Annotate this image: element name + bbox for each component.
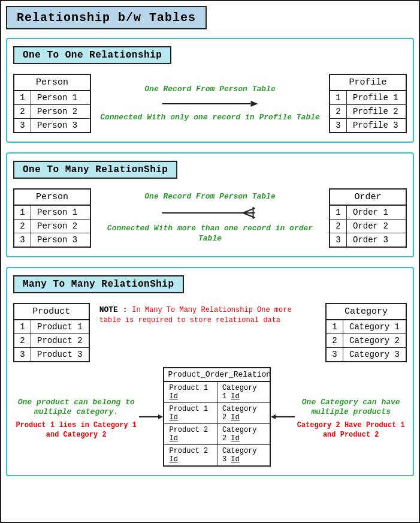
cell-val: Person 1 — [31, 206, 83, 219]
order-table-otm: Order 1 Order 1 2 Order 2 3 Order 3 — [329, 188, 407, 248]
person-table-oto-header: Person — [14, 75, 90, 91]
section-one-to-many: One To Many RelationShip Person 1 Person… — [6, 152, 414, 257]
section-one-to-one-title: One To One Relationship — [13, 46, 171, 64]
table-row: 2 Person 2 — [14, 105, 90, 119]
table-row: Product 1 Id Category 2 Id — [164, 403, 270, 424]
otm-arrow-label: One Record From Person Table — [144, 192, 275, 202]
section-many-to-many: Many To Many RelationShip Product 1 Prod… — [6, 267, 414, 476]
cell-id: 1 — [14, 91, 31, 104]
cell-val: Category 1 — [343, 320, 406, 333]
otm-arrow-area: One Record From Person Table Connected W… — [91, 192, 329, 244]
table-row: 2 Profile 2 — [330, 105, 406, 119]
mtm-left-arrow — [139, 411, 163, 423]
cell-id: 1 — [14, 206, 31, 219]
cell-val: Order 2 — [347, 220, 394, 233]
otm-arrow-label2: Connected With more than one record in o… — [96, 224, 324, 244]
junction-cell: Category 2 Id — [217, 424, 270, 444]
table-row: 3 Person 3 — [14, 119, 90, 132]
note-box: NOTE : In Many To Many Relationship One … — [95, 303, 321, 328]
table-row: Product 2 Id Category 3 Id — [164, 445, 270, 465]
cell-id: 3 — [327, 348, 343, 361]
cell-val: Product 2 — [31, 334, 89, 347]
cell-id: 3 — [14, 348, 31, 361]
table-row: 2 Person 2 — [14, 220, 90, 233]
note-label: NOTE : — [99, 305, 132, 314]
svg-marker-8 — [158, 414, 163, 419]
cell-val: Order 3 — [347, 233, 394, 247]
section-many-to-many-title: Many To Many RelationShip — [13, 275, 184, 293]
cell-val: Product 1 — [31, 320, 89, 333]
cell-id: 2 — [330, 220, 347, 233]
product-table: Product 1 Product 1 2 Product 2 3 Produc… — [13, 303, 90, 362]
product-table-header: Product — [14, 304, 89, 320]
table-row: 1 Person 1 — [14, 91, 90, 105]
table-row: Product 1 Id Category 1 Id — [164, 382, 270, 403]
junction-cell: Category 1 Id — [217, 382, 270, 402]
junction-cell: Product 2 Id — [164, 445, 217, 465]
cell-id: 3 — [330, 233, 347, 247]
table-row: 1 Product 1 — [14, 320, 89, 334]
cell-val: Profile 3 — [347, 119, 404, 132]
mtm-left-green: One product can belong to multiple categ… — [13, 398, 139, 418]
mtm-right-red: Category 2 Have Product 1 and Product 2 — [295, 421, 407, 440]
oto-arrow-label2: Connected With only one record in Profil… — [100, 113, 320, 123]
cell-id: 1 — [14, 320, 31, 333]
order-table-otm-header: Order — [330, 190, 406, 206]
cell-val: Person 1 — [31, 91, 83, 104]
cell-id: 1 — [330, 206, 347, 219]
mtm-right-green: One Category can have multiple products — [295, 398, 407, 418]
cell-id: 3 — [14, 119, 31, 132]
mtm-left-text: One product can belong to multiple categ… — [13, 394, 139, 440]
oto-arrow-label: One Record From Person Table — [144, 85, 275, 95]
mtm-right-arrow — [271, 411, 295, 423]
svg-marker-9 — [271, 414, 276, 419]
junction-cell: Product 1 Id — [164, 382, 217, 402]
table-row: 1 Category 1 — [327, 320, 406, 334]
cell-id: 2 — [14, 334, 31, 347]
table-row: 3 Category 3 — [327, 348, 406, 361]
category-table-header: Category — [327, 304, 406, 320]
cell-id: 1 — [327, 320, 343, 333]
cell-id: 3 — [14, 233, 31, 247]
table-row: 2 Product 2 — [14, 334, 89, 348]
cell-val: Person 2 — [31, 105, 83, 118]
junction-cell: Category 2 Id — [217, 403, 270, 423]
cell-val: Profile 2 — [347, 105, 404, 118]
table-row: 3 Product 3 — [14, 348, 89, 361]
cell-val: Person 2 — [31, 220, 83, 233]
person-table-otm-header: Person — [14, 190, 90, 206]
mtm-left-red: Product 1 lies in Category 1 and Categor… — [13, 421, 139, 440]
table-row: 1 Person 1 — [14, 206, 90, 220]
svg-marker-1 — [251, 101, 258, 107]
cell-id: 2 — [14, 220, 31, 233]
table-row: 1 Profile 1 — [330, 91, 406, 105]
cell-id: 1 — [330, 91, 347, 104]
page-title: Relationship b/w Tables — [6, 6, 207, 29]
profile-table-oto: Profile 1 Profile 1 2 Profile 2 3 Profil… — [329, 74, 407, 133]
person-table-oto: Person 1 Person 1 2 Person 2 3 Person 3 — [13, 74, 91, 133]
cell-val: Category 2 — [343, 334, 406, 347]
cell-val: Profile 1 — [347, 91, 404, 104]
table-row: 3 Profile 3 — [330, 119, 406, 132]
section-one-to-many-title: One To Many RelationShip — [13, 161, 177, 179]
category-table: Category 1 Category 1 2 Category 2 3 Cat… — [325, 303, 407, 362]
cell-id: 2 — [330, 105, 347, 118]
mtm-right-text: One Category can have multiple products … — [295, 394, 407, 440]
person-table-otm: Person 1 Person 1 2 Person 2 3 Person 3 — [13, 188, 91, 248]
junction-cell: Product 1 Id — [164, 403, 217, 423]
cell-id: 2 — [327, 334, 343, 347]
cell-id: 3 — [330, 119, 347, 132]
junction-table-header: Product_Order_Relation — [164, 368, 270, 382]
oto-arrow-area: One Record From Person Table Connected W… — [91, 85, 329, 123]
table-row: 2 Category 2 — [327, 334, 406, 348]
profile-table-oto-header: Profile — [330, 75, 406, 91]
junction-cell: Product 2 Id — [164, 424, 217, 444]
cell-val: Category 3 — [343, 348, 406, 361]
cell-val: Person 3 — [31, 233, 83, 247]
table-row: 3 Order 3 — [330, 233, 406, 247]
section-one-to-one: One To One Relationship Person 1 Person … — [6, 38, 414, 143]
cell-val: Person 3 — [31, 119, 83, 132]
cell-val: Order 1 — [347, 206, 394, 219]
table-row: Product 2 Id Category 2 Id — [164, 424, 270, 445]
cell-val: Product 3 — [31, 348, 89, 361]
